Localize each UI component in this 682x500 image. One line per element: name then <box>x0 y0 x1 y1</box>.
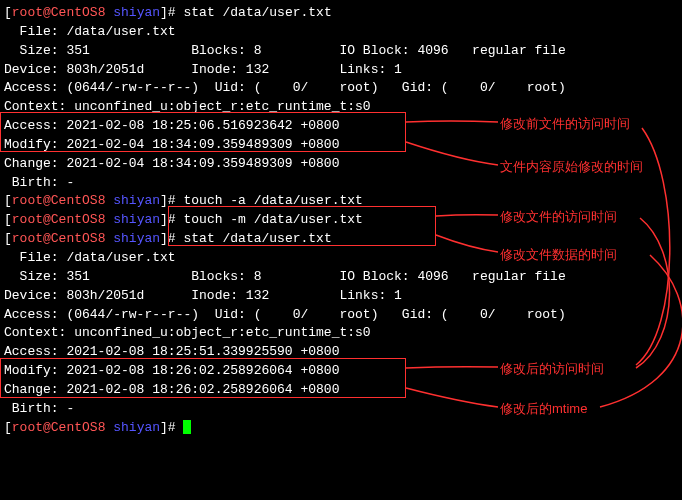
annotation-before-mtime: 文件内容原始修改的时间 <box>500 158 643 177</box>
bracket-close: ]# <box>160 5 176 20</box>
prompt-line-5[interactable]: [root@CentOS8 shiyan]# <box>4 419 678 438</box>
stat1-size: Size: 351 Blocks: 8 IO Block: 4096 regul… <box>4 42 678 61</box>
cmd-touch-a: touch -a /data/user.txt <box>183 193 362 208</box>
stat1-modify: Modify: 2021-02-04 18:34:09.359489309 +0… <box>4 136 678 155</box>
stat2-size: Size: 351 Blocks: 8 IO Block: 4096 regul… <box>4 268 678 287</box>
stat2-change: Change: 2021-02-08 18:26:02.258926064 +0… <box>4 381 678 400</box>
annotation-after-mtime: 修改后的mtime <box>500 400 587 419</box>
stat2-device: Device: 803h/2051d Inode: 132 Links: 1 <box>4 287 678 306</box>
annotation-after-atime: 修改后的访问时间 <box>500 360 604 379</box>
stat1-device: Device: 803h/2051d Inode: 132 Links: 1 <box>4 61 678 80</box>
annotation-before-atime: 修改前文件的访问时间 <box>500 115 630 134</box>
cmd-stat2: stat /data/user.txt <box>183 231 331 246</box>
annotation-touch-a: 修改文件的访问时间 <box>500 208 617 227</box>
stat2-access-perm: Access: (0644/-rw-r--r--) Uid: ( 0/ root… <box>4 306 678 325</box>
prompt-dir: shiyan <box>113 5 160 20</box>
cursor-icon <box>183 420 191 434</box>
bracket-open: [ <box>4 5 12 20</box>
stat2-context: Context: unconfined_u:object_r:etc_runti… <box>4 324 678 343</box>
prompt-line-1[interactable]: [root@CentOS8 shiyan]# stat /data/user.t… <box>4 4 678 23</box>
prompt-user: root@CentOS8 <box>12 5 106 20</box>
cmd-touch-m: touch -m /data/user.txt <box>183 212 362 227</box>
cmd-stat1: stat /data/user.txt <box>183 5 331 20</box>
stat1-file: File: /data/user.txt <box>4 23 678 42</box>
stat1-access-perm: Access: (0644/-rw-r--r--) Uid: ( 0/ root… <box>4 79 678 98</box>
annotation-touch-m: 修改文件数据的时间 <box>500 246 617 265</box>
